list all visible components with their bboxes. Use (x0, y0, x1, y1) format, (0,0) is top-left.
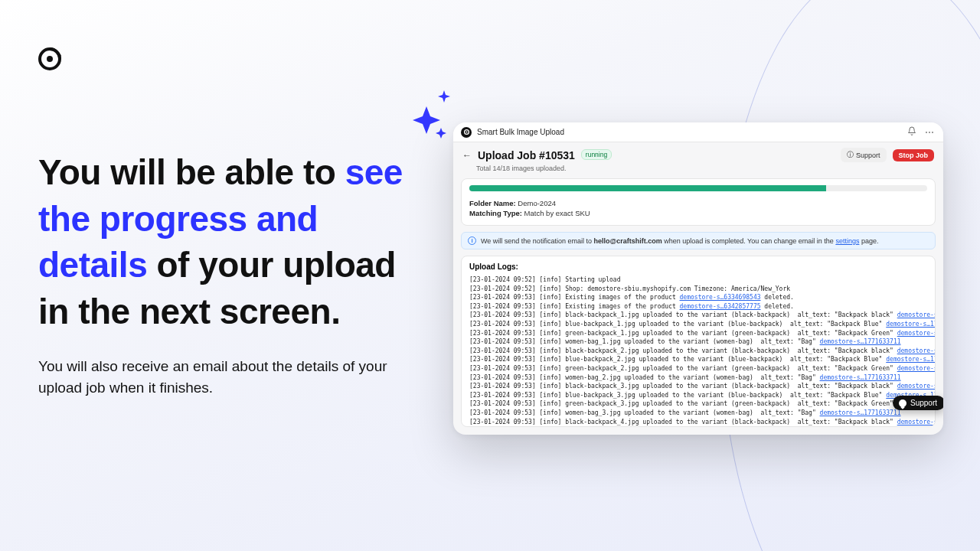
log-line: [23-01-2024 09:53] [info] women-bag_2.jp… (469, 373, 927, 383)
log-line: [23-01-2024 09:53] [info] green-backpack… (469, 364, 927, 373)
log-line: [23-01-2024 09:53] [info] blue-backpack_… (469, 391, 927, 400)
logs-title: Upload Logs: (469, 262, 927, 271)
page-header: ← Upload Job #10531 running ⓘSupport Sto… (453, 142, 943, 165)
log-line: [23-01-2024 09:53] [info] blue-backpack_… (469, 426, 927, 427)
log-link[interactable]: demostore-s…17579039 (897, 347, 936, 354)
progress-fill (469, 185, 826, 191)
log-link[interactable]: demostore-s…6334698543 (680, 294, 761, 301)
log-link[interactable]: demostore-s…17579039 (897, 383, 936, 390)
job-title: Upload Job #10531 (478, 149, 575, 161)
log-link[interactable]: demostore-s…17578383 (897, 330, 936, 337)
notice-email: hello@craftshift.com (593, 237, 662, 245)
log-line: [23-01-2024 09:53] [info] black-backpack… (469, 382, 927, 391)
email-notice: i We will send the notification email to… (461, 232, 936, 249)
log-line: [23-01-2024 09:53] [info] black-backpack… (469, 347, 927, 356)
log-line: [23-01-2024 09:53] [info] women-bag_3.jp… (469, 409, 927, 418)
log-link[interactable]: demostore-s…1771633711 (820, 409, 901, 416)
log-line: [23-01-2024 09:53] [info] women-bag_1.jp… (469, 337, 927, 347)
log-line: [23-01-2024 09:52] [info] Starting uploa… (469, 276, 927, 285)
log-line: [23-01-2024 09:53] [info] Existing image… (469, 293, 927, 302)
upload-subtotal: Total 14/18 images uploaded. (453, 165, 943, 178)
folder-label: Folder Name: (469, 199, 516, 207)
log-link[interactable]: demostore-s…1771633711 (820, 374, 901, 381)
support-chat-pill[interactable]: Support (893, 396, 943, 410)
progress-card: Folder Name: Demo-2024 Matching Type: Ma… (461, 178, 936, 226)
stop-job-button[interactable]: Stop Job (893, 149, 935, 161)
log-lines: [23-01-2024 09:52] [info] Starting uploa… (469, 276, 927, 427)
support-button[interactable]: ⓘSupport (841, 148, 887, 162)
brand-logo (37, 46, 63, 72)
back-icon[interactable]: ← (462, 150, 472, 161)
settings-link[interactable]: settings (835, 237, 859, 245)
app-window: Smart Bulk Image Upload ⋯ ← Upload Job #… (453, 122, 943, 435)
app-title: Smart Bulk Image Upload (477, 128, 564, 136)
log-line: [23-01-2024 09:52] [info] Shop: demostor… (469, 285, 927, 294)
log-line: [23-01-2024 09:53] [info] black-backpack… (469, 311, 927, 320)
log-link[interactable]: demostore-s…1757871151 (886, 356, 936, 363)
log-link[interactable]: demostore-s…1757871151 (886, 321, 936, 328)
app-logo-icon (461, 127, 472, 138)
logs-card: Upload Logs: [23-01-2024 09:52] [info] S… (461, 256, 936, 427)
log-link[interactable]: demostore-s…6342857775 (680, 303, 761, 310)
question-icon: ⓘ (847, 150, 854, 160)
sparkle-decoration (406, 86, 459, 150)
chat-icon (899, 399, 906, 407)
svg-point-2 (47, 56, 53, 62)
log-line: [23-01-2024 09:53] [info] black-backpack… (469, 418, 927, 427)
log-link[interactable]: demostore-s…17579039 (897, 311, 936, 318)
log-line: [23-01-2024 09:53] [info] Existing image… (469, 302, 927, 311)
log-link[interactable]: demostore-s… (897, 419, 936, 425)
headline: You will be able to see the progress and… (38, 149, 429, 335)
folder-value: Demo-2024 (518, 199, 556, 207)
match-value: Match by exact SKU (524, 209, 590, 217)
bell-icon[interactable] (906, 125, 918, 139)
log-line: [23-01-2024 09:53] [info] green-backpack… (469, 329, 927, 338)
subheadline: You will also receive an email about the… (38, 356, 398, 398)
progress-bar (469, 185, 927, 191)
log-line: [23-01-2024 09:53] [info] blue-backpack_… (469, 355, 927, 364)
more-icon[interactable]: ⋯ (923, 126, 936, 139)
svg-point-4 (466, 132, 467, 133)
info-icon: i (468, 236, 476, 245)
title-bar: Smart Bulk Image Upload ⋯ (453, 122, 943, 142)
log-link[interactable]: demostore-s…17578383 (897, 365, 936, 372)
status-badge: running (581, 149, 612, 160)
log-line: [23-01-2024 09:53] [info] green-backpack… (469, 399, 927, 409)
match-label: Matching Type: (469, 209, 522, 217)
log-line: [23-01-2024 09:53] [info] blue-backpack_… (469, 320, 927, 329)
log-link[interactable]: demostore-s…1771633711 (820, 338, 901, 345)
